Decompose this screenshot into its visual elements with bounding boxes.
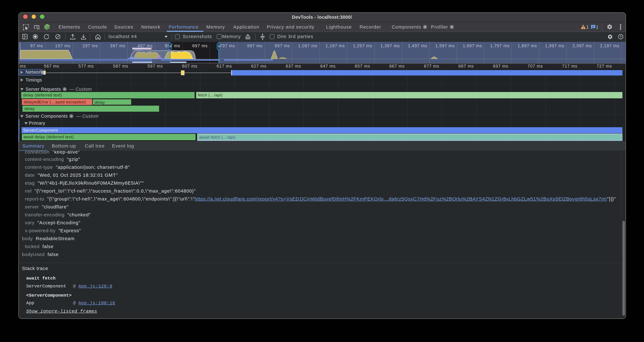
svg-text:?: ? <box>620 35 622 38</box>
